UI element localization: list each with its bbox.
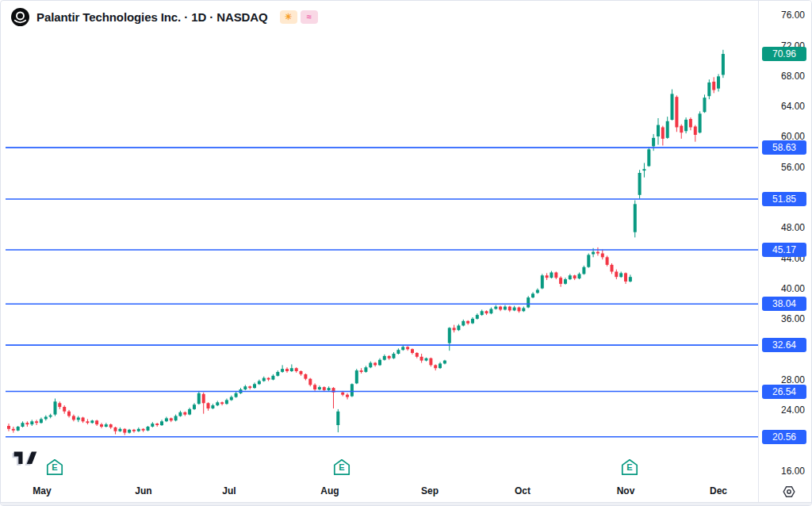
candle — [448, 328, 451, 351]
candle — [211, 404, 214, 409]
earnings-marker[interactable]: E — [333, 458, 350, 476]
candle — [536, 289, 539, 294]
time-axis[interactable]: MayJunJulAugSepOctNovDec — [1, 480, 758, 502]
candle — [429, 358, 432, 367]
candle — [373, 362, 377, 367]
candle — [494, 305, 497, 310]
candle — [462, 320, 465, 327]
candle — [58, 401, 61, 409]
candle — [170, 418, 173, 423]
candle — [40, 418, 43, 424]
candle — [425, 358, 428, 362]
candle — [489, 308, 492, 315]
candle — [128, 429, 131, 434]
candle — [295, 367, 298, 373]
symbol-title-row[interactable]: Palantir Technologies Inc. · 1D · NASDAQ… — [11, 8, 318, 26]
candle — [355, 369, 358, 384]
earnings-marker[interactable]: E — [46, 458, 63, 476]
candle — [396, 348, 400, 355]
candle — [703, 94, 707, 113]
candle — [82, 417, 85, 424]
svg-text:E: E — [52, 462, 57, 472]
tradingview-logo[interactable] — [12, 449, 39, 473]
candle — [508, 306, 511, 312]
candle — [364, 366, 367, 373]
candle — [587, 254, 590, 268]
chart-pane[interactable] — [1, 1, 758, 480]
candle — [216, 401, 219, 406]
candle — [401, 346, 404, 351]
candle — [717, 74, 720, 91]
price-level-badge: 20.56 — [762, 430, 806, 444]
price-axis-tick: 36.00 — [759, 313, 812, 325]
candle — [550, 271, 553, 279]
candle — [443, 360, 446, 365]
price-axis-tick: 56.00 — [759, 162, 812, 174]
candle — [499, 306, 502, 312]
candle — [132, 429, 136, 433]
price-axis-tick: 64.00 — [759, 101, 812, 113]
candle — [137, 427, 140, 432]
candle — [611, 263, 614, 274]
candle — [485, 310, 488, 315]
price-axis-tick: 48.00 — [759, 222, 812, 234]
candle — [411, 348, 414, 355]
candle — [235, 392, 238, 398]
approx-session-icon[interactable]: ≈ — [301, 10, 318, 24]
candle — [393, 352, 396, 359]
price-scale-menu-icon[interactable] — [782, 485, 796, 499]
palantir-logo-icon — [11, 8, 29, 26]
price-axis-tick: 76.00 — [759, 10, 812, 21]
candle — [615, 270, 618, 279]
price-axis-tick: 40.00 — [759, 283, 812, 295]
time-axis-month-label: Nov — [617, 485, 635, 496]
candle — [554, 272, 557, 280]
candle — [12, 427, 15, 433]
candle — [657, 118, 660, 145]
candle — [471, 317, 474, 324]
candle — [481, 309, 484, 316]
candle — [271, 374, 274, 381]
candle — [642, 163, 645, 178]
candle — [114, 427, 117, 435]
candle — [661, 126, 665, 146]
symbol-title[interactable]: Palantir Technologies Inc. · 1D · NASDAQ — [36, 10, 268, 24]
candle — [267, 378, 270, 381]
candle — [86, 419, 89, 424]
candle — [694, 125, 697, 142]
time-axis-month-label: Sep — [421, 485, 439, 496]
candle — [675, 95, 678, 132]
candle — [652, 134, 655, 151]
candle — [619, 272, 622, 278]
candle — [248, 385, 251, 389]
price-axis[interactable]: 76.0072.0068.0064.0060.0056.0048.0044.00… — [758, 1, 812, 502]
price-axis-tick: 24.00 — [759, 404, 812, 416]
candle — [582, 266, 585, 275]
candle — [453, 325, 456, 333]
candle — [680, 125, 683, 139]
time-axis-month-label: Oct — [515, 485, 530, 496]
chart-pane-svg[interactable] — [1, 1, 758, 480]
session-status-chips: ☀≈ — [280, 10, 318, 24]
earnings-marker[interactable]: E — [621, 458, 638, 476]
morning-session-icon[interactable]: ☀ — [280, 10, 297, 24]
candle — [476, 313, 479, 320]
candle — [601, 250, 604, 260]
candle — [504, 305, 507, 311]
candle — [638, 170, 642, 198]
candle — [276, 370, 279, 377]
candle — [624, 273, 627, 284]
candle — [123, 428, 126, 435]
candle — [360, 368, 363, 374]
candle — [513, 306, 516, 312]
candle — [197, 391, 201, 404]
candle — [336, 409, 339, 432]
candle — [230, 396, 233, 401]
candle — [300, 370, 303, 376]
candle — [262, 377, 266, 382]
candle — [369, 362, 372, 369]
candle — [439, 362, 442, 370]
candle — [105, 423, 108, 427]
candle — [378, 358, 381, 366]
candle — [388, 355, 391, 360]
